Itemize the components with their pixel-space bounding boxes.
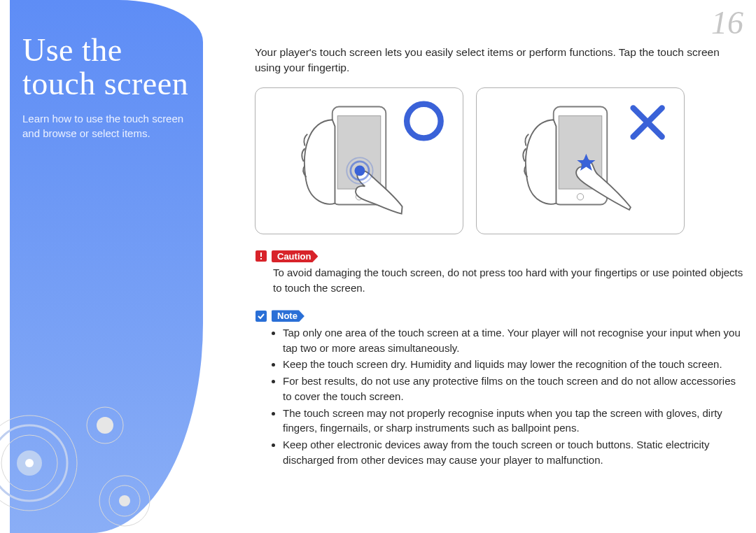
sidebar-title-line1: Use the [22, 32, 122, 68]
incorrect-mark-icon [634, 108, 662, 137]
note-icon [255, 310, 267, 322]
note-label: Note [272, 310, 304, 322]
sidebar-title: Use the touch screen [22, 34, 190, 101]
figure-incorrect [476, 87, 685, 234]
svg-point-4 [25, 459, 34, 467]
list-item: Keep other electronic devices away from … [283, 437, 745, 468]
caution-block: Caution To avoid damaging the touch scre… [255, 250, 745, 296]
figure-row [255, 87, 745, 234]
sidebar-subtitle: Learn how to use the touch screen and br… [22, 111, 190, 141]
list-item: Tap only one area of the touch screen at… [283, 325, 745, 356]
list-item: For best results, do not use any protect… [283, 374, 745, 404]
list-item: Keep the touch screen dry. Humidity and … [283, 357, 745, 372]
page-number: 16 [711, 4, 743, 41]
correct-mark-icon [407, 104, 441, 138]
main-content: Your player's touch screen lets you easi… [255, 45, 745, 482]
intro-text: Your player's touch screen lets you easi… [255, 45, 745, 75]
figure-correct [255, 87, 463, 234]
svg-point-9 [119, 495, 130, 506]
caution-icon [255, 250, 267, 262]
list-item: The touch screen may not properly recogn… [283, 406, 745, 436]
sidebar-title-line2: touch screen [22, 66, 188, 101]
svg-point-6 [97, 417, 113, 434]
decorative-circles [0, 379, 175, 533]
note-block: Note Tap only one area of the touch scre… [255, 310, 745, 468]
note-list: Tap only one area of the touch screen at… [273, 325, 745, 468]
svg-rect-24 [260, 258, 262, 260]
svg-rect-23 [260, 253, 262, 257]
svg-rect-25 [255, 311, 267, 322]
caution-label: Caution [272, 250, 318, 262]
svg-point-13 [354, 166, 365, 176]
caution-text: To avoid damaging the touch screen, do n… [273, 265, 745, 296]
